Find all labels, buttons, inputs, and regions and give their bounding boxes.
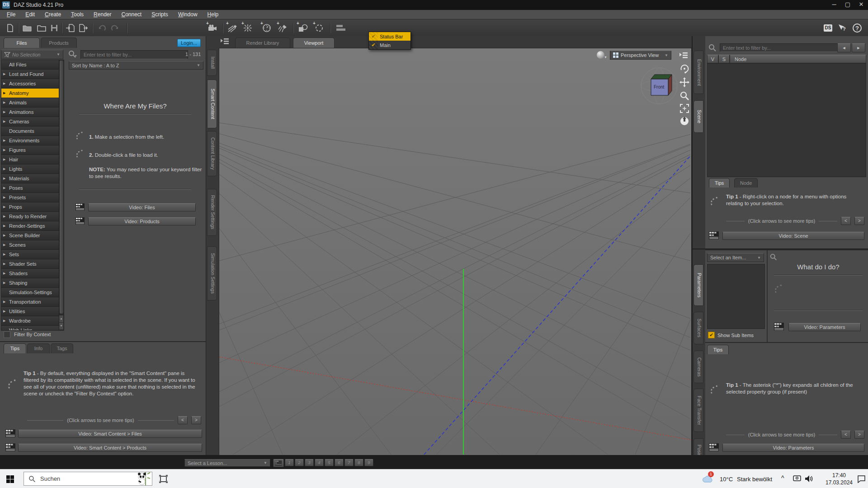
category-item[interactable]: ▶ Ready to Render <box>1 212 64 221</box>
scroll-up-icon[interactable]: ▲ <box>59 315 63 322</box>
video-products-button[interactable]: Video: Products <box>88 217 196 225</box>
tips-pane-tab[interactable]: Info <box>27 343 50 353</box>
next-tip-button[interactable]: > <box>191 416 201 424</box>
tips-pane-tab[interactable]: Tips <box>4 343 26 353</box>
next-tip-button[interactable]: > <box>854 431 864 439</box>
search-icon[interactable] <box>769 253 778 261</box>
viewport-tab[interactable]: Render Library <box>235 38 290 48</box>
prev-tip-button[interactable]: < <box>841 217 851 225</box>
pan-tool-icon[interactable] <box>679 77 689 87</box>
viewport-options-icon[interactable] <box>679 51 689 60</box>
menu-item[interactable]: Help <box>203 10 224 19</box>
scroll-down-icon[interactable]: ▼ <box>59 323 63 329</box>
category-item[interactable]: ▶ Scenes <box>1 240 64 250</box>
col-visibility[interactable]: V <box>707 55 718 63</box>
left-dock-tab[interactable]: Files <box>4 38 40 48</box>
context-menu-item[interactable]: ✔ Main <box>369 41 410 49</box>
prev-tip-button[interactable]: < <box>178 416 188 424</box>
scene-search-input[interactable] <box>720 43 838 52</box>
video-smart-content-products-button[interactable]: Video: Smart Content > Products <box>18 444 202 452</box>
category-item[interactable]: ▶ Presets <box>1 193 64 202</box>
maximize-button[interactable]: ▢ <box>841 0 854 10</box>
help-icon[interactable]: ? <box>852 23 863 33</box>
search-highlight-panda-image[interactable] <box>137 472 150 485</box>
category-item[interactable]: ▶ Props <box>1 202 64 212</box>
new-camera-icon[interactable]: + <box>207 23 218 33</box>
whats-this-icon[interactable]: ? <box>836 23 847 33</box>
category-item[interactable]: ▶ Scene Builder <box>1 231 64 240</box>
category-filter-dropdown[interactable]: No Selection ▼ <box>1 50 63 59</box>
new-linear-point-light-icon[interactable]: + <box>261 23 272 33</box>
video-files-button[interactable]: Video: Files <box>88 203 196 211</box>
viewport-3d[interactable]: ▼ Perspective View ▼ Front <box>219 48 692 456</box>
view-cube[interactable]: Front <box>639 66 679 106</box>
aim-tool-icon[interactable] <box>679 116 689 126</box>
side-tab[interactable]: Install <box>207 50 217 76</box>
scene-search-next-button[interactable]: ► <box>852 43 865 52</box>
side-tab[interactable]: Scene <box>693 100 703 133</box>
show-sub-items[interactable]: ✔ Show Sub Items <box>708 332 754 338</box>
context-menu-item[interactable]: ✔ Status Bar <box>369 32 410 41</box>
category-item[interactable]: ▶ Poses <box>1 183 64 193</box>
side-tab[interactable]: Cameras <box>693 351 703 383</box>
select-item-dropdown[interactable]: Select an Item...▼ <box>707 253 764 262</box>
category-item[interactable]: ▶ Web Links <box>1 326 64 331</box>
side-tab[interactable]: Posing <box>693 438 703 455</box>
draw-style-icon[interactable]: ▼ <box>597 51 604 61</box>
menu-item[interactable]: Edit <box>20 10 40 19</box>
show-sub-items-checkbox[interactable]: ✔ <box>708 332 715 338</box>
category-item[interactable]: ▶ Lights <box>1 164 64 174</box>
new-primitive-icon[interactable]: + <box>297 23 308 33</box>
side-tab[interactable]: Surfaces <box>693 312 703 344</box>
new-file-icon[interactable] <box>5 23 15 33</box>
side-tab[interactable]: Simulation Settings <box>207 246 217 300</box>
side-tab[interactable]: Parameters <box>693 264 703 306</box>
video-parameters-button[interactable]: Video: Parameters <box>722 444 864 452</box>
login-button[interactable]: Login... <box>177 39 201 47</box>
side-tab[interactable]: Face Transfer <box>693 389 703 432</box>
lesson-step-button[interactable]: 6 <box>335 459 344 466</box>
category-item[interactable]: ▶ Documents <box>1 127 64 136</box>
col-node[interactable]: Node <box>730 55 866 63</box>
video-scene-button[interactable]: Video: Scene <box>722 232 864 240</box>
lesson-step-button[interactable]: 5 <box>325 459 334 466</box>
category-item[interactable]: ▶ Shader Sets <box>1 259 64 269</box>
scene-tips-tab[interactable]: Node <box>734 178 758 188</box>
menu-item[interactable]: Create <box>40 10 66 19</box>
category-item[interactable]: ▶ Hair <box>1 155 64 164</box>
category-item[interactable]: ▶ Wardrobe <box>1 316 64 326</box>
start-button[interactable] <box>6 475 14 483</box>
new-spotlight-icon[interactable]: + <box>278 23 288 33</box>
scene-tree[interactable] <box>707 63 866 177</box>
pane-options-icon[interactable] <box>220 37 230 46</box>
close-button[interactable]: ✕ <box>854 0 868 10</box>
save-icon[interactable] <box>49 23 60 33</box>
new-null-icon[interactable]: + <box>314 23 325 33</box>
lesson-step-button[interactable]: 2 <box>295 459 304 466</box>
category-item[interactable]: ▶ Transportation <box>1 297 64 307</box>
hidden-icons-chevron[interactable]: ^ <box>781 474 784 482</box>
tips-pane-tab[interactable]: Tags <box>51 343 73 353</box>
lesson-step-button[interactable]: 1 <box>285 459 294 466</box>
category-item[interactable]: ▶ Render-Settings <box>1 221 64 231</box>
lesson-step-button[interactable]: 4 <box>315 459 324 466</box>
lesson-step-button[interactable]: 9 <box>364 459 373 466</box>
category-item[interactable]: ▶ Sets <box>1 250 64 259</box>
tips-pane-tab[interactable]: Tips <box>707 345 729 354</box>
left-dock-tab[interactable]: Products <box>41 38 77 48</box>
content-search-input[interactable] <box>80 50 188 59</box>
merge-file-icon[interactable] <box>36 23 47 33</box>
weather-icon[interactable]: 1 <box>702 473 715 484</box>
minimize-button[interactable]: ─ <box>827 0 841 10</box>
category-item[interactable]: ▶ Utilities <box>1 307 64 316</box>
category-item[interactable]: ▶ Anatomy <box>1 89 64 98</box>
scene-tips-tab[interactable]: Tips <box>709 178 730 188</box>
import-icon[interactable] <box>65 23 76 33</box>
viewport-tab[interactable]: Viewport <box>293 38 335 48</box>
prev-tip-button[interactable]: < <box>841 431 851 439</box>
category-item[interactable]: ▶ All Files <box>1 60 64 70</box>
new-distant-light-icon[interactable]: + <box>227 23 238 33</box>
category-item[interactable]: ▶ Shaping <box>1 278 64 288</box>
menu-item[interactable]: Connect <box>116 10 146 19</box>
next-tip-button[interactable]: > <box>854 217 864 225</box>
